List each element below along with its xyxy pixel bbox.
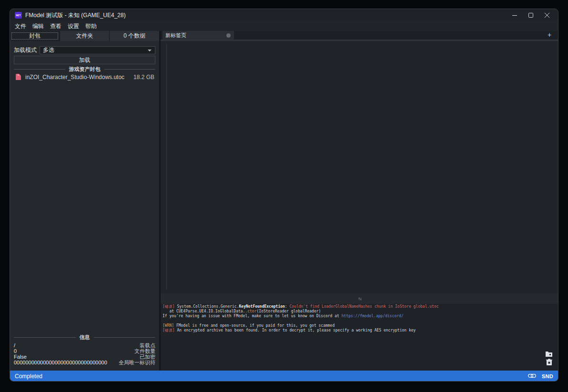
- window-controls: [507, 9, 555, 21]
- dotnet-app-icon: NET: [15, 12, 22, 19]
- info-header-label: 信息: [80, 334, 90, 341]
- maximize-icon: [528, 13, 533, 18]
- minimize-icon: [512, 13, 517, 18]
- archives-panel: 封包 文件夹 0 个数据 加载模式 多选 加载 游戏资产封包 inZOI_Cha…: [10, 31, 159, 371]
- status-bar: Completed SND: [10, 371, 558, 382]
- info-section-header: 信息: [14, 334, 155, 341]
- new-tab-label: 新标签页: [165, 31, 186, 40]
- window-title: FModel 测试版 - 未知 (GAME_UE4_28): [25, 9, 126, 21]
- load-button[interactable]: 加载: [14, 56, 155, 64]
- document-content-area: [161, 41, 558, 293]
- log-error-message: Couldn't find LoaderGlobalNameHashes chu…: [289, 304, 438, 309]
- left-tab-strip: 封包 文件夹 0 个数据: [10, 31, 159, 41]
- log-text: If you're having an issue with FModel, m…: [162, 314, 342, 318]
- status-message: Completed: [10, 373, 528, 380]
- log-line: [错误] System.Collections.Generic.KeyNotFo…: [162, 304, 558, 309]
- file-count-value: 0: [14, 348, 17, 354]
- file-count-label: 文件数量: [134, 348, 155, 354]
- menu-settings[interactable]: 设置: [68, 22, 79, 30]
- snd-toggle[interactable]: SND: [542, 373, 553, 379]
- tab-folders[interactable]: 文件夹: [60, 31, 110, 41]
- minimize-button[interactable]: [507, 9, 523, 21]
- archive-info-table: / 装载点 0 文件数量 False 已加密 00000000000000000…: [14, 342, 155, 365]
- log-error-tag: [错误]: [162, 328, 177, 332]
- link-icon[interactable]: [528, 372, 536, 381]
- archives-header-label: 游戏资产封包: [69, 66, 101, 73]
- info-row-file-count: 0 文件数量: [14, 348, 155, 354]
- menubar: 文件 编辑 查看 设置 帮助: [10, 21, 558, 31]
- tab-data-count[interactable]: 0 个数据: [110, 31, 159, 41]
- log-exception-name: KeyNotFoundException: [239, 304, 285, 309]
- log-text: An encrypted archive has been found. In …: [177, 328, 416, 332]
- resize-arrows-icon: ↑↓: [358, 296, 362, 301]
- log-stacktrace: (IoStoreReader globalReader): [256, 309, 321, 313]
- load-mode-value: 多选: [40, 46, 148, 54]
- app-window: NET FModel 测试版 - 未知 (GAME_UE4_28): [10, 9, 558, 382]
- close-button[interactable]: [539, 9, 555, 21]
- log-text: System.Collections.Generic.: [177, 304, 239, 309]
- load-mode-select[interactable]: 多选: [40, 46, 155, 54]
- info-row-guid: 00000000000000000000000000000000 全局唯一标识符: [14, 360, 155, 365]
- encrypted-value: False: [14, 354, 27, 360]
- log-line-blank: [162, 319, 558, 323]
- guid-value: 00000000000000000000000000000000: [14, 360, 107, 365]
- content-edge-line: [166, 44, 167, 290]
- log-stacktrace: at CUE4Parse.UE4.IO.IoGlobalData.: [162, 309, 245, 313]
- separator-line: [14, 337, 76, 338]
- separator-line: [104, 69, 156, 70]
- encrypted-label: 已加密: [140, 354, 155, 360]
- menu-file[interactable]: 文件: [15, 22, 26, 30]
- open-folder-button[interactable]: [545, 350, 553, 359]
- trash-icon-button[interactable]: [546, 359, 552, 367]
- log-warn-tag: [WRN]: [162, 323, 176, 328]
- log-text: FModel is free and open-source, if you p…: [176, 323, 335, 328]
- document-tab-bar: 新标签页 +: [161, 31, 558, 40]
- maximize-button[interactable]: [523, 9, 539, 21]
- separator-line: [14, 69, 65, 70]
- document-pane: 新标签页 + ↑↓ [错误] System.Collections.Generi…: [161, 31, 558, 371]
- log-error-tag: [错误]: [162, 304, 177, 309]
- chevron-down-icon: [148, 50, 152, 51]
- folder-icon: [545, 350, 553, 358]
- titlebar[interactable]: NET FModel 测试版 - 未知 (GAME_UE4_28): [10, 9, 558, 21]
- archives-section-header: 游戏资产封包: [14, 66, 155, 72]
- status-bar-right: SND: [528, 372, 558, 381]
- menu-help[interactable]: 帮助: [85, 22, 97, 30]
- output-log: [错误] System.Collections.Generic.KeyNotFo…: [161, 304, 558, 371]
- discord-link[interactable]: https://fmodel.app/discord/: [342, 314, 404, 318]
- add-tab-button[interactable]: +: [545, 31, 554, 40]
- info-row-mount-point: / 装载点: [14, 342, 155, 348]
- log-line: [WRN] FModel is free and open-source, if…: [162, 323, 558, 328]
- load-mode-row: 加载模式 多选: [14, 46, 155, 54]
- tab-status-dot-icon[interactable]: [226, 33, 231, 38]
- log-line: If you're having an issue with FModel, m…: [162, 314, 558, 319]
- log-line: [错误] An encrypted archive has been found…: [162, 328, 558, 333]
- archive-file-size: 18.2 GB: [133, 73, 154, 81]
- trash-icon: [546, 359, 552, 367]
- close-icon: [545, 13, 549, 18]
- log-splitter-handle[interactable]: ↑↓: [161, 293, 558, 304]
- menu-edit[interactable]: 编辑: [32, 22, 44, 30]
- menu-view[interactable]: 查看: [50, 22, 61, 30]
- utoc-file-icon: [16, 74, 21, 80]
- log-line: at CUE4Parse.UE4.IO.IoGlobalData..ctor(I…: [162, 309, 558, 314]
- tab-new-tab[interactable]: 新标签页: [162, 31, 234, 40]
- desktop-background: NET FModel 测试版 - 未知 (GAME_UE4_28): [0, 0, 568, 392]
- log-ctor: .ctor: [245, 309, 256, 313]
- info-row-encrypted: False 已加密: [14, 354, 155, 360]
- archive-list-item[interactable]: inZOI_Character_Studio-Windows.utoc 18.2…: [14, 73, 155, 81]
- mount-point-label: 装载点: [140, 342, 155, 348]
- separator-line: [94, 337, 156, 338]
- mount-point-value: /: [14, 342, 15, 348]
- load-mode-label: 加载模式: [14, 46, 37, 54]
- guid-label: 全局唯一标识符: [119, 360, 155, 365]
- tab-packages[interactable]: 封包: [10, 31, 60, 41]
- archive-file-name: inZOI_Character_Studio-Windows.utoc: [25, 73, 124, 81]
